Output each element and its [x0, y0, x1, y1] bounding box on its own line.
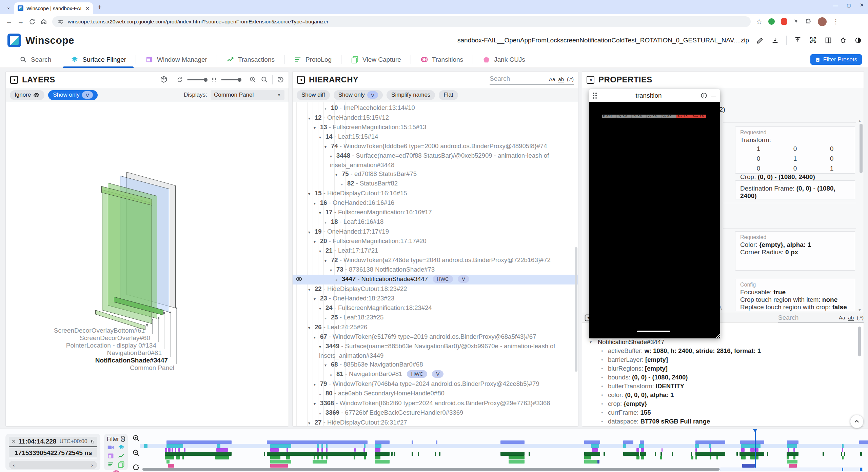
match-word-icon[interactable]: ab	[558, 76, 564, 82]
hierarchy-row[interactable]: ▾22 - HideDisplayCutout:18:23#22	[293, 284, 578, 294]
hierarchy-scrollbar[interactable]	[575, 247, 577, 372]
show-only-v-chip[interactable]: Show only V	[48, 90, 97, 100]
hierarchy-row[interactable]: ●82 - StatusBar#82	[293, 179, 578, 189]
collapse-panel-icon[interactable]: ◄	[10, 76, 18, 84]
hierarchy-row[interactable]: ▾73 - 8736138 NotificationShade#73	[293, 265, 578, 275]
hierarchy-row[interactable]: ▾26 - Leaf:24:25#26	[293, 323, 578, 332]
new-tab-button[interactable]: +	[98, 3, 102, 11]
profile-avatar[interactable]	[818, 17, 827, 26]
site-settings-tune-icon[interactable]	[58, 19, 64, 25]
property-row[interactable]: barrierLayer: [empty]	[582, 355, 864, 364]
window-manager-trace-icon[interactable]	[107, 452, 114, 459]
hierarchy-row[interactable]: ▾16 - OneHanded:16:16#16	[293, 198, 578, 208]
regex-icon[interactable]: (.*)	[567, 76, 574, 82]
collapse-panel-icon[interactable]: ◄	[297, 76, 305, 84]
tab-search[interactable]: Search	[10, 52, 61, 68]
ns-timestamp-field[interactable]: 1715339054227572545 ns	[9, 448, 97, 458]
extension-cursor-icon[interactable]	[793, 19, 799, 24]
zoom-in-icon[interactable]	[249, 76, 257, 83]
minimize-overlay-icon[interactable]	[711, 94, 716, 97]
property-row[interactable]: crop: {empty}	[582, 399, 864, 408]
drag-handle-icon[interactable]	[593, 93, 597, 99]
transactions-trace-icon[interactable]	[118, 452, 125, 459]
hierarchy-row[interactable]: ▾79 - WindowToken{7046b4a type=2024 andr…	[293, 379, 578, 389]
hierarchy-row[interactable]: ▾14 - Leaf:15:15#14	[293, 132, 578, 142]
match-case-icon[interactable]: Aa	[549, 76, 555, 82]
hierarchy-row[interactable]: ▾3368 - WindowToken{f6b2f60 type=2024 an…	[293, 399, 578, 408]
tab-surface-flinger[interactable]: Surface Flinger	[61, 52, 136, 68]
timeline-hscroll-thumb[interactable]	[142, 468, 719, 471]
hierarchy-row[interactable]: ▾13 - FullscreenMagnification:15:15#13	[293, 123, 578, 132]
view-capture-trace-icon[interactable]	[118, 461, 125, 468]
hierarchy-row[interactable]: ●3369 - 67726bf EdgeBackGestureHandler0#…	[293, 408, 578, 418]
flat-chip[interactable]: Flat	[439, 90, 458, 100]
spacing-slider[interactable]	[221, 79, 241, 80]
hierarchy-search-input[interactable]: Search Aa ab (.*)	[490, 75, 574, 85]
show-only-v-chip[interactable]: Show only V	[334, 90, 383, 100]
tab-list-chevron-icon[interactable]: ⌄	[5, 3, 12, 11]
layer-label[interactable]: PointerLocation - display 0#134	[6, 342, 156, 349]
scroll-down-icon[interactable]: ▼	[858, 308, 862, 312]
scroll-to-top-fab[interactable]	[850, 415, 864, 428]
dark-mode-contrast-icon[interactable]	[854, 37, 862, 44]
hierarchy-row[interactable]: ▾27 - HideDisplayCutout:26:31#27	[293, 418, 578, 426]
layers-3d-canvas[interactable]: ScreenDecorOverlayBottom#61ScreenDecorOv…	[6, 102, 289, 426]
maximize-icon[interactable]: ▢	[847, 3, 851, 8]
filter-presets-button[interactable]: Filter Presets	[810, 54, 862, 65]
hierarchy-row[interactable]: ▾74 - WindowToken{fdddbe6 type=2000 andr…	[293, 142, 578, 151]
properties-tree-root[interactable]: NotificationShade#3447	[582, 338, 864, 347]
hierarchy-row[interactable]: ●18 - Leaf:16:16#18	[293, 217, 578, 227]
hierarchy-row[interactable]: ▾3448 - Surface(name=ed70f88 StatusBar)/…	[293, 151, 578, 170]
hierarchy-row[interactable]: ▾17 - FullscreenMagnification:16:16#17	[293, 208, 578, 217]
edit-pencil-icon[interactable]	[756, 37, 764, 44]
pan-left-icon[interactable]: ‹	[13, 462, 15, 468]
hierarchy-row[interactable]: ▾19 - OneHanded:17:17#19	[293, 227, 578, 237]
hierarchy-row[interactable]: ●10 - ImePlaceholder:13:14#10	[293, 103, 578, 113]
collapse-panel-icon[interactable]: ◄	[587, 76, 594, 84]
forward-icon[interactable]: →	[15, 18, 26, 25]
hierarchy-row[interactable]: ●81 - NavigationBar0#81HWCV	[293, 370, 578, 379]
overlay-header[interactable]: transition	[589, 89, 720, 102]
pan-right-icon[interactable]: ›	[91, 462, 93, 468]
layer-label[interactable]: Common Panel	[6, 364, 174, 372]
close-icon[interactable]: ✕	[860, 2, 864, 8]
surface-flinger-trace-icon[interactable]	[118, 444, 125, 451]
layer-label[interactable]: NotificationShade#3447	[6, 357, 168, 364]
collapse-filter-icon[interactable]: ˄	[121, 436, 125, 442]
tab-protolog[interactable]: ProtoLog	[284, 52, 341, 68]
simplify-names-chip[interactable]: Simplify names	[387, 90, 435, 100]
scroll-up-icon[interactable]: ▲	[858, 119, 862, 123]
copy-icon[interactable]	[91, 439, 94, 445]
report-bug-icon[interactable]	[840, 37, 847, 44]
timeline-pan-scrollbar[interactable]: ‹ ›	[9, 461, 97, 469]
properties-scrollbar[interactable]	[860, 124, 863, 173]
property-row[interactable]: activeBuffer: w: 1080, h: 2400, stride: …	[582, 347, 864, 355]
layer-label[interactable]: ScreenDecorOverlay#60	[6, 334, 150, 342]
info-icon[interactable]	[701, 92, 707, 99]
upload-icon[interactable]	[794, 37, 802, 44]
timeline-canvas[interactable]	[142, 429, 868, 472]
protolog-trace-icon[interactable]	[107, 461, 114, 468]
ignore-chip[interactable]: Ignore	[10, 90, 44, 100]
transition-overlay-window[interactable]: transition P: 0 / 1dX: 0.0dY: 0.0Xv: 0.0…	[589, 89, 720, 338]
hierarchy-row[interactable]: ▾15 - HideDisplayCutout:16:16#15	[293, 189, 578, 198]
tab-jank-cujs[interactable]: Jank CUJs	[473, 52, 535, 68]
properties-search-input[interactable]: Search Aa ab (.*)	[778, 313, 864, 322]
property-row[interactable]: blurRegions: [empty]	[582, 364, 864, 373]
hierarchy-row[interactable]: ●25 - Leaf:18:23#25	[293, 313, 578, 323]
hierarchy-row[interactable]: ▾68 - 885b63e NavigationBar0#68	[293, 360, 578, 370]
transitions-trace-icon[interactable]	[113, 469, 120, 472]
hierarchy-row[interactable]: ▾67 - WindowToken{e5176f9 type=2019 andr…	[293, 332, 578, 342]
rotate-icon[interactable]	[176, 76, 183, 83]
property-row[interactable]: bounds: (0, 0) - (1080, 2400)	[582, 373, 864, 382]
hierarchy-row[interactable]: ●80 - ace6abb SecondaryHomeHandle0#80	[293, 389, 578, 399]
layer-label[interactable]: ScreenDecorOverlayBottom#61	[6, 327, 145, 334]
home-icon[interactable]	[38, 18, 50, 25]
match-case-icon[interactable]: Aa	[839, 315, 845, 320]
resize-handle[interactable]	[715, 333, 720, 338]
property-row[interactable]: color: (0, 0, 0), alpha: 1	[582, 391, 864, 399]
rotation-slider[interactable]	[187, 79, 207, 80]
screen-recording-trace-icon[interactable]	[107, 444, 114, 451]
shortcuts-command-icon[interactable]: ⌘	[809, 36, 817, 45]
url-bar[interactable]: winscope.teams.x20web.corp.google.com/pr…	[52, 16, 751, 27]
